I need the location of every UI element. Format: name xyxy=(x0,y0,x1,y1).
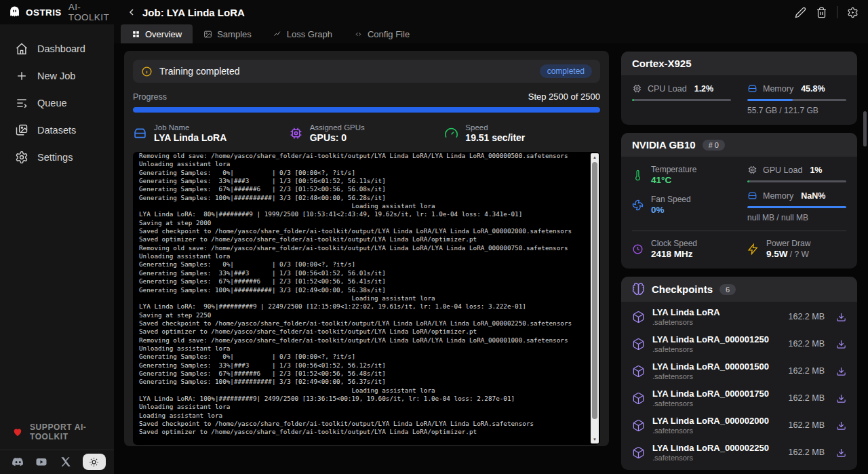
sidebar-item-new-job[interactable]: New Job xyxy=(0,62,114,90)
stat-value: 19.51 sec/iter xyxy=(465,132,525,143)
gpu-clock-speed: Clock Speed2418 MHz xyxy=(632,239,731,259)
download-icon[interactable] xyxy=(836,420,846,431)
checkpoint-size: 162.2 MB xyxy=(788,420,825,430)
download-icon[interactable] xyxy=(836,312,846,322)
tab-label: Loss Graph xyxy=(287,29,332,39)
cpu-card-header: Cortex-X925 xyxy=(621,52,857,75)
clock-value: 2418 MHz xyxy=(651,249,697,259)
checkpoint-name: LYA Linda LoRA xyxy=(652,307,720,317)
memory-drive-icon xyxy=(747,83,757,94)
checkpoint-row[interactable]: LYA Linda LoRA_000001750 .safetensors 16… xyxy=(621,384,857,412)
theme-toggle[interactable] xyxy=(83,454,106,470)
code-icon xyxy=(354,30,363,39)
cpu-memory-label: Memory xyxy=(763,84,793,94)
tab-samples[interactable]: Samples xyxy=(193,24,262,43)
gpu-memory-label: Memory xyxy=(763,191,793,201)
checkpoint-extension: .safetensors xyxy=(652,318,720,326)
checkpoint-box-icon xyxy=(632,311,645,323)
sidebar-item-queue[interactable]: Queue xyxy=(0,90,114,117)
log-line: Removing old save: /home/yasco/share_fol… xyxy=(139,152,585,160)
training-log-console[interactable]: Removing old save: /home/yasco/share_fol… xyxy=(133,152,600,445)
download-icon[interactable] xyxy=(836,393,846,403)
download-icon[interactable] xyxy=(836,366,846,376)
gpu-card-header: NVIDIA GB10 # 0 xyxy=(621,133,857,157)
tab-overview[interactable]: Overview xyxy=(121,24,193,43)
stat-label: Job Name xyxy=(154,123,226,132)
thermometer-icon xyxy=(632,170,644,181)
temperature-value: 41°C xyxy=(651,175,696,185)
stat-value: GPUs: 0 xyxy=(310,132,365,143)
download-icon[interactable] xyxy=(836,339,846,349)
log-line: Saved optimizer to /home/yasco/share_fol… xyxy=(139,235,585,243)
edit-icon[interactable] xyxy=(795,7,806,18)
progress-bar-fill xyxy=(133,107,600,113)
sidebar-item-settings[interactable]: Settings xyxy=(0,144,114,171)
checkpoint-extension: .safetensors xyxy=(652,427,769,435)
queue-icon xyxy=(15,96,28,110)
tab-loss-graph[interactable]: Loss Graph xyxy=(262,24,343,43)
progress-step: Step 2500 of 2500 xyxy=(528,92,600,102)
scroll-down-arrow[interactable]: ▼ xyxy=(591,435,599,443)
cpu-load-bar xyxy=(632,99,731,101)
checkpoint-size: 162.2 MB xyxy=(788,339,825,349)
bolt-icon xyxy=(747,243,759,255)
x-twitter-icon[interactable] xyxy=(59,455,73,469)
checkpoint-row[interactable]: LYA Linda LoRA_000001250 .safetensors 16… xyxy=(621,330,857,357)
log-line: Generating Samples: 67%|######6 | 2/3 [0… xyxy=(139,277,585,285)
log-line: Unloading assistant lora xyxy=(139,344,585,353)
sidebar-item-datasets[interactable]: Datasets xyxy=(0,117,114,144)
cpu-memory-meter: Memory 45.8% 55.7 GB / 121.7 GB xyxy=(747,83,846,115)
checkpoint-row[interactable]: LYA Linda LoRA_000002000 .safetensors 16… xyxy=(621,412,857,439)
power-suffix: / ? W xyxy=(788,250,809,259)
gpu-load-label: GPU Load xyxy=(763,165,802,175)
log-line: Generating Samples: 33%|###3 | 1/3 [00:5… xyxy=(139,361,585,370)
info-icon xyxy=(141,66,153,77)
checkpoint-row[interactable]: LYA Linda LoRA_000001500 .safetensors 16… xyxy=(621,357,857,384)
log-line: Saved optimizer to /home/yasco/share_fol… xyxy=(139,328,585,336)
log-line: Generating Samples: 33%|###3 | 1/3 [00:5… xyxy=(139,177,585,185)
log-line: Loading assistant lora xyxy=(139,294,585,302)
log-line: Unloading assistant lora xyxy=(139,160,585,168)
gpu-memory-value: NaN% xyxy=(801,191,825,201)
gear-icon xyxy=(15,151,28,164)
checkpoint-extension: .safetensors xyxy=(652,372,769,380)
stat-assigned-gpus: Assigned GPUsGPUs: 0 xyxy=(289,123,445,143)
fan-value: 0% xyxy=(651,205,691,215)
job-settings-gear-icon[interactable] xyxy=(847,7,859,18)
tab-label: Overview xyxy=(145,29,182,39)
checkpoint-row[interactable]: LYA Linda LoRA_000002250 .safetensors 16… xyxy=(621,439,857,466)
sidebar-item-dashboard[interactable]: Dashboard xyxy=(0,35,114,62)
download-icon[interactable] xyxy=(836,448,846,458)
log-line: Removing old save: /home/yasco/share_fol… xyxy=(139,336,585,344)
brand-logo[interactable]: OSTRISAI-TOOLKIT xyxy=(0,2,114,22)
images-icon xyxy=(15,123,28,137)
tab-label: Config File xyxy=(368,29,410,39)
checkpoint-row[interactable]: LYA Linda LoRA .safetensors 162.2 MB xyxy=(621,303,857,330)
checkpoint-name: LYA Linda LoRA_000001750 xyxy=(652,389,769,399)
console-scrollbar-thumb[interactable] xyxy=(592,162,597,419)
window-scrollbar-thumb[interactable] xyxy=(863,111,867,146)
delete-trash-icon[interactable] xyxy=(816,7,827,18)
gpu-index-badge: # 0 xyxy=(703,140,725,151)
checkpoints-header: Checkpoints 6 xyxy=(621,277,857,302)
scroll-up-arrow[interactable]: ▲ xyxy=(591,153,599,161)
gpu-memory-drive-icon xyxy=(747,191,757,201)
console-scrollbar[interactable]: ▲ ▼ xyxy=(591,153,599,443)
support-ai-toolkit-link[interactable]: SUPPORT AI-TOOLKIT xyxy=(0,416,114,450)
gpu-load-value: 1% xyxy=(810,165,822,175)
log-line: Generating Samples: 33%|###3 | 1/3 [00:5… xyxy=(139,269,585,277)
power-value: 9.5W xyxy=(766,249,788,259)
back-chevron-icon[interactable] xyxy=(126,7,137,18)
youtube-icon[interactable] xyxy=(35,455,48,469)
checkpoint-name: LYA Linda LoRA_000002000 xyxy=(652,416,769,426)
social-row xyxy=(0,450,114,474)
checkpoint-box-icon xyxy=(632,446,645,459)
discord-icon[interactable] xyxy=(11,455,24,469)
cpu-memory-value: 45.8% xyxy=(801,84,825,94)
tab-config-file[interactable]: Config File xyxy=(343,24,420,43)
stat-label: Speed xyxy=(465,123,525,132)
app-window: OSTRISAI-TOOLKIT Job: LYA Linda LoRA Das… xyxy=(0,0,868,474)
sidebar-item-label: New Job xyxy=(37,71,75,81)
cpu-load-label: CPU Load xyxy=(648,84,687,94)
checkpoint-extension: .safetensors xyxy=(652,345,769,353)
